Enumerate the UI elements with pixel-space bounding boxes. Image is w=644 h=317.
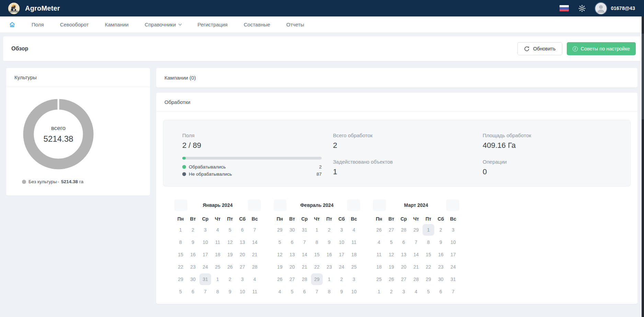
calendar-day[interactable]: 7 [299, 236, 310, 248]
calendar-next-button[interactable] [446, 199, 459, 211]
calendar-day[interactable]: 26 [224, 261, 236, 273]
calendar-day[interactable]: 3 [398, 286, 410, 297]
calendar-day[interactable]: 23 [323, 261, 335, 273]
calendar-day[interactable]: 18 [212, 249, 223, 260]
calendar-day[interactable]: 10 [336, 236, 347, 248]
nav-item[interactable]: Поля [32, 22, 44, 27]
calendar-day[interactable]: 4 [348, 224, 360, 236]
calendar-day[interactable]: 22 [423, 261, 434, 273]
calendar-day[interactable]: 21 [299, 261, 310, 273]
calendar-day[interactable]: 17 [336, 249, 347, 260]
calendar-day[interactable]: 18 [373, 261, 385, 273]
calendar-day[interactable]: 19 [224, 249, 236, 260]
calendar-day[interactable]: 19 [274, 261, 286, 273]
calendar-day[interactable]: 21 [249, 249, 261, 260]
nav-home-button[interactable] [9, 21, 15, 28]
calendar-day[interactable]: 6 [237, 224, 248, 236]
calendar-day[interactable]: 6 [299, 286, 310, 297]
calendar-day[interactable]: 4 [410, 286, 422, 297]
calendar-day[interactable]: 7 [410, 236, 422, 248]
settings-button[interactable] [578, 5, 586, 12]
calendar-day[interactable]: 5 [386, 236, 397, 248]
calendar-day[interactable]: 25 [348, 261, 360, 273]
calendar-day[interactable]: 15 [423, 249, 434, 260]
calendar-day[interactable]: 1 [311, 224, 323, 236]
calendar-day[interactable]: 17 [447, 249, 459, 260]
calendar-day[interactable]: 2 [386, 286, 397, 297]
calendar-day[interactable]: 6 [187, 286, 199, 297]
calendar-day[interactable]: 12 [386, 249, 397, 260]
calendar-day[interactable]: 9 [187, 236, 199, 248]
calendar-day[interactable]: 16 [187, 249, 199, 260]
calendar-day[interactable]: 3 [199, 224, 211, 236]
calendar-day[interactable]: 23 [435, 261, 447, 273]
agrometer-logo-icon[interactable] [8, 2, 20, 15]
calendar-day[interactable]: 14 [410, 249, 422, 260]
calendar-day[interactable]: 7 [249, 224, 261, 236]
calendar-day[interactable]: 5 [286, 286, 298, 297]
calendar-day[interactable]: 28 [249, 261, 261, 273]
calendar-day[interactable]: 28 [299, 273, 310, 285]
calendar-day[interactable]: 8 [423, 236, 434, 248]
calendar-day[interactable]: 27 [286, 273, 298, 285]
calendar-day[interactable]: 31 [447, 273, 459, 285]
calendar-prev-button[interactable] [174, 199, 187, 211]
calendar-day[interactable]: 10 [348, 286, 360, 297]
calendar-day[interactable]: 16 [435, 249, 447, 260]
calendar-day[interactable]: 13 [398, 249, 410, 260]
calendar-day[interactable]: 17 [199, 249, 211, 260]
calendar-day[interactable]: 8 [311, 236, 323, 248]
calendar-day[interactable]: 3 [348, 273, 360, 285]
user-menu[interactable]: 01678@43 [595, 2, 635, 15]
calendar-day[interactable]: 21 [410, 261, 422, 273]
calendar-day[interactable]: 9 [323, 236, 335, 248]
calendar-day[interactable]: 4 [249, 273, 261, 285]
calendar-day[interactable]: 3 [237, 273, 248, 285]
calendar-day[interactable]: 19 [386, 261, 397, 273]
calendar-day[interactable]: 28 [410, 273, 422, 285]
calendar-day[interactable]: 22 [175, 261, 186, 273]
calendar-day[interactable]: 24 [336, 261, 347, 273]
calendar-day[interactable]: 1 [373, 286, 385, 297]
calendar-day[interactable]: 4 [212, 224, 223, 236]
calendar-day[interactable]: 3 [447, 224, 459, 236]
calendar-day[interactable]: 27 [398, 273, 410, 285]
calendar-day[interactable]: 20 [286, 261, 298, 273]
calendar-day[interactable]: 10 [237, 286, 248, 297]
calendar-day[interactable]: 9 [224, 286, 236, 297]
calendar-day[interactable]: 13 [286, 249, 298, 260]
calendar-day[interactable]: 20 [237, 249, 248, 260]
calendar-next-button[interactable] [347, 199, 360, 211]
calendar-day[interactable]: 5 [274, 236, 286, 248]
calendar-day[interactable]: 8 [323, 286, 335, 297]
calendar-day[interactable]: 5 [224, 224, 236, 236]
calendar-day[interactable]: 18 [348, 249, 360, 260]
vertical-scrollbar[interactable] [642, 16, 644, 317]
calendar-day[interactable]: 7 [447, 286, 459, 297]
nav-item[interactable]: Севооборот [60, 22, 89, 27]
calendar-day[interactable]: 29 [274, 224, 286, 236]
calendar-day[interactable]: 29 [423, 273, 434, 285]
calendar-day[interactable]: 26 [373, 224, 385, 236]
calendar-day[interactable]: 27 [386, 224, 397, 236]
calendar-day[interactable]: 6 [398, 236, 410, 248]
calendar-next-button[interactable] [248, 199, 261, 211]
calendar-day[interactable]: 29 [175, 273, 186, 285]
calendar-day[interactable]: 25 [373, 273, 385, 285]
calendar-day[interactable]: 16 [323, 249, 335, 260]
calendar-day[interactable]: 30 [286, 224, 298, 236]
calendar-day[interactable]: 11 [212, 236, 223, 248]
calendar-day[interactable]: 7 [199, 286, 211, 297]
calendar-day[interactable]: 11 [249, 286, 261, 297]
calendar-day[interactable]: 28 [398, 224, 410, 236]
calendar-day[interactable]: 15 [175, 249, 186, 260]
calendar-day[interactable]: 11 [348, 236, 360, 248]
calendar-day[interactable]: 14 [299, 249, 310, 260]
calendar-day[interactable]: 11 [373, 249, 385, 260]
calendar-day[interactable]: 10 [199, 236, 211, 248]
calendar-prev-button[interactable] [373, 199, 386, 211]
calendar-day[interactable]: 5 [175, 286, 186, 297]
calendar-day[interactable]: 25 [212, 261, 223, 273]
calendar-day[interactable]: 4 [373, 236, 385, 248]
calendar-day[interactable]: 15 [311, 249, 323, 260]
